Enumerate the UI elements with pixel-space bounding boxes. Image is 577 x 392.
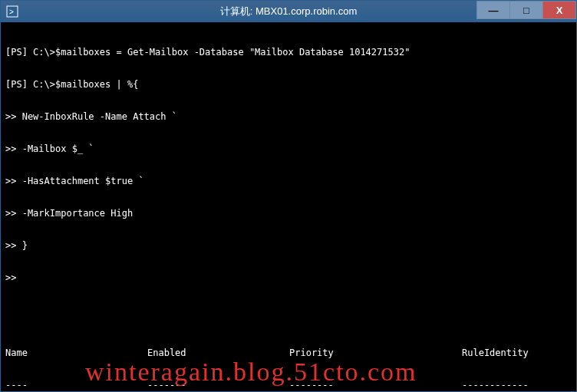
svg-text:>: > — [9, 8, 14, 16]
prompt-line: >> -MarkImportance High — [5, 208, 572, 219]
header-row: Name Enabled Priority RuleIdentity — [5, 348, 572, 358]
title-text: 计算机: MBX01.corp.robin.com — [220, 5, 357, 18]
col-ruleid: RuleIdentity — [462, 348, 572, 358]
prompt-line: >> — [5, 272, 572, 283]
maximize-button[interactable]: □ — [509, 1, 543, 19]
col-priority: Priority — [289, 348, 462, 358]
col-name: Name — [5, 348, 147, 358]
prompt-line: [PS] C:\>$mailboxes | %{ — [5, 79, 572, 90]
close-button[interactable]: X — [542, 1, 576, 19]
prompt-line: >> -HasAttachment $true ` — [5, 176, 572, 186]
minimize-button[interactable]: — — [476, 1, 510, 19]
prompt-line: >> -Mailbox $_ ` — [5, 143, 572, 154]
header-dash-row: ---- ------- -------- ------------ — [5, 380, 572, 390]
prompt-line: >> } — [5, 240, 572, 251]
powershell-window: > 计算机: MBX01.corp.robin.com — □ X [PS] C… — [0, 0, 577, 392]
window-controls: — □ X — [477, 1, 576, 19]
app-icon: > — [5, 5, 19, 18]
titlebar[interactable]: > 计算机: MBX01.corp.robin.com — □ X — [1, 1, 576, 22]
prompt-line: [PS] C:\>$mailboxes = Get-Mailbox -Datab… — [5, 47, 572, 58]
col-enabled: Enabled — [147, 348, 289, 358]
terminal-area[interactable]: [PS] C:\>$mailboxes = Get-Mailbox -Datab… — [1, 22, 576, 392]
prompt-line: >> New-InboxRule -Name Attach ` — [5, 111, 572, 122]
